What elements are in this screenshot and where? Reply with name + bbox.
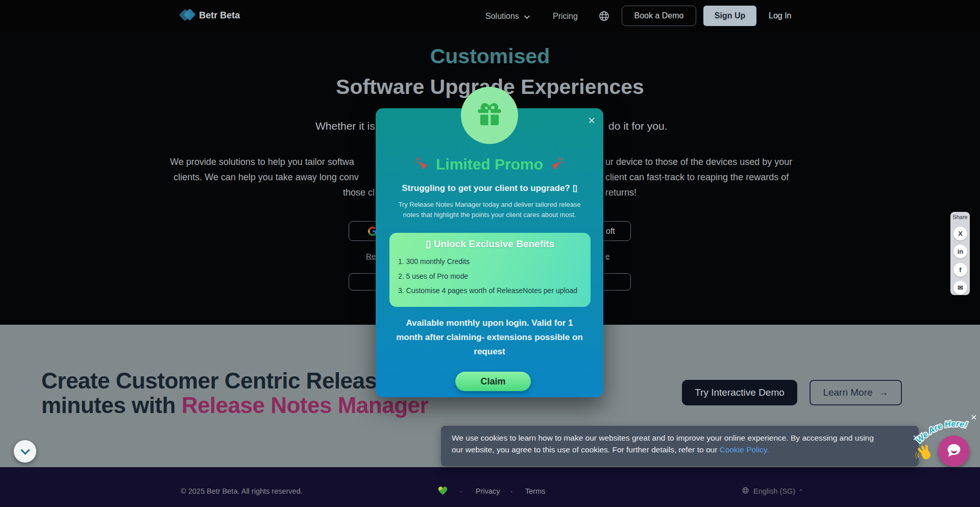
promo-description-line1: Try Release Notes Manager today and deli… [398,201,580,208]
hero-tagline-right: do it for you. [608,120,668,132]
chat-close-icon[interactable]: × [971,412,977,423]
close-icon[interactable]: × [588,114,595,127]
cookie-text-line2: our website, you agree to this use of co… [452,445,769,454]
arrow-right-icon: → [879,387,889,398]
hero-paragraph-fragment: We provide solutions to help you tailor … [170,157,354,167]
promo-validity-line1: Available monthly upon login. Valid for … [406,318,573,328]
brand-name[interactable]: Betr Beta [199,10,240,21]
hero-title-accent: Customised [430,44,550,68]
party-popper-icon [415,157,429,173]
chevron-down-icon [20,445,30,454]
log-in-link[interactable]: Log In [769,11,791,20]
language-label: English (SG) [753,487,795,495]
promo-description-line2: notes that highlight the points your cli… [403,211,576,219]
benefit-item: 1. 300 monthly Credits [398,257,470,265]
globe-icon[interactable] [598,10,610,24]
register-link-right[interactable]: e [605,252,609,260]
caret-up-icon: ^ [799,488,802,494]
promo-title-row: Limited Promo [376,156,603,173]
book-demo-button[interactable]: Book a Demo [622,6,696,26]
x-icon: X [958,230,963,237]
promo-hook: Struggling to get your client to upgrade… [402,183,577,194]
globe-icon [742,487,749,496]
share-facebook-button[interactable]: f [953,263,967,277]
privacy-link[interactable]: Privacy [476,487,500,495]
email-icon: ✉ [958,284,963,292]
sign-up-button[interactable]: Sign Up [703,6,756,26]
benefit-item: 3. Customise 4 pages worth of ReleaseNot… [398,286,577,295]
promo-validity-line2: month after claiming- extensions possibl… [396,332,583,343]
brand-logo[interactable] [180,7,198,25]
share-widget: Share X in f ✉ [950,212,970,295]
scroll-down-button[interactable] [14,440,36,463]
green-heart-icon [438,487,448,497]
page: Betr Beta Solutions Pricing Book a Demo … [0,0,980,507]
register-link-left[interactable]: Re [366,252,376,260]
language-selector[interactable]: English (SG) ^ [742,487,802,496]
hero-paragraph-fragment: returns! [605,187,636,198]
share-label: Share [952,214,967,220]
learn-more-button[interactable]: Learn More → [810,380,902,405]
separator-dot: · [510,487,513,495]
party-popper-icon [550,157,564,173]
waving-hand-icon [915,445,936,466]
cookie-banner: We use cookies to learn how to make our … [441,426,919,466]
cta-heading-line2: minutes with Release Notes Manager [41,393,428,418]
chat-bubble-icon [945,441,963,462]
nav-item-solutions[interactable]: Solutions [485,12,528,21]
footer: © 2025 Betr Beta. All rights reserved. ·… [0,467,980,507]
chevron-down-icon [524,13,530,19]
promo-title: Limited Promo [436,156,543,173]
promo-modal: × Limited Promo Strugg [376,108,603,397]
copyright-text: © 2025 Betr Beta. All rights reserved. [181,487,303,495]
chat-launcher-button[interactable] [938,436,969,467]
hero-paragraph-fragment: ur device to those of the devices used b… [605,157,792,167]
claim-button[interactable]: Claim [455,372,531,391]
hero-paragraph-fragment: client can fast-track to reaping the rew… [605,172,789,183]
cookie-policy-link[interactable]: Cookie Policy. [720,445,769,454]
benefits-card: ▯ Unlock Exclusive Benefits 1. 300 month… [389,233,591,307]
cookie-text-line1: We use cookies to learn how to make our … [452,433,874,443]
top-navbar: Betr Beta Solutions Pricing Book a Demo … [0,0,980,32]
promo-validity-line3: request [474,347,505,357]
share-linkedin-button[interactable]: in [953,245,967,258]
linkedin-icon: in [958,248,964,255]
share-x-button[interactable]: X [953,227,967,240]
nav-item-pricing[interactable]: Pricing [553,12,578,21]
microsoft-button-visible-text: oft [606,227,615,236]
terms-link[interactable]: Terms [525,487,545,495]
hero-tagline-left: Whether it is [315,120,375,132]
benefit-item: 2. 5 uses of Pro mode [398,272,468,280]
gift-icon [461,87,518,144]
hero-paragraph-fragment: those cl [343,187,375,198]
benefits-title: ▯ Unlock Exclusive Benefits [426,238,554,250]
try-interactive-demo-button[interactable]: Try Interactive Demo [682,380,797,405]
facebook-icon: f [959,266,961,274]
hero-paragraph-fragment: clients. We can help you take away long … [174,172,359,183]
separator-dot: · [460,487,462,495]
share-email-button[interactable]: ✉ [953,281,967,295]
